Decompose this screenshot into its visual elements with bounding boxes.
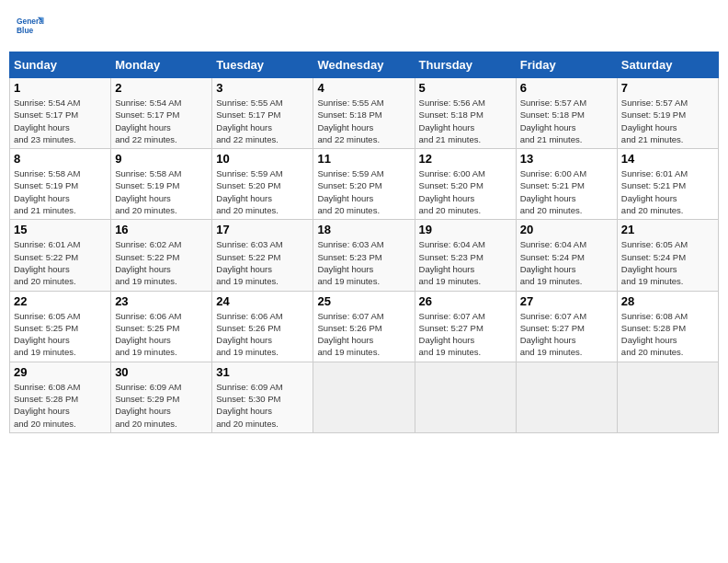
calendar-day-cell: 9Sunrise: 5:58 AMSunset: 5:19 PMDaylight…: [111, 149, 212, 220]
calendar-day-cell: 7Sunrise: 5:57 AMSunset: 5:19 PMDaylight…: [617, 78, 718, 149]
day-info: Sunrise: 6:01 AMSunset: 5:21 PMDaylight …: [621, 167, 714, 216]
calendar-table: SundayMondayTuesdayWednesdayThursdayFrid…: [9, 52, 719, 433]
day-number: 27: [520, 294, 613, 308]
calendar-week-row: 1Sunrise: 5:54 AMSunset: 5:17 PMDaylight…: [10, 78, 719, 149]
day-info: Sunrise: 6:04 AMSunset: 5:23 PMDaylight …: [419, 238, 512, 287]
calendar-day-cell: 2Sunrise: 5:54 AMSunset: 5:17 PMDaylight…: [111, 78, 212, 149]
calendar-week-row: 22Sunrise: 6:05 AMSunset: 5:25 PMDayligh…: [10, 291, 719, 362]
day-info: Sunrise: 6:02 AMSunset: 5:22 PMDaylight …: [115, 238, 208, 287]
weekday-header-wednesday: Wednesday: [313, 52, 415, 78]
day-info: Sunrise: 6:09 AMSunset: 5:29 PMDaylight …: [115, 381, 208, 430]
day-info: Sunrise: 5:54 AMSunset: 5:17 PMDaylight …: [115, 97, 208, 145]
calendar-week-row: 8Sunrise: 5:58 AMSunset: 5:19 PMDaylight…: [10, 149, 719, 220]
calendar-day-cell: 11Sunrise: 5:59 AMSunset: 5:20 PMDayligh…: [313, 149, 415, 220]
calendar-day-cell: 21Sunrise: 6:05 AMSunset: 5:24 PMDayligh…: [617, 220, 718, 291]
weekday-header-thursday: Thursday: [415, 52, 516, 78]
calendar-day-cell: 31Sunrise: 6:09 AMSunset: 5:30 PMDayligh…: [212, 362, 313, 432]
day-number: 18: [317, 223, 410, 236]
calendar-day-cell: [313, 362, 415, 432]
day-number: 20: [520, 223, 613, 236]
calendar-day-cell: 3Sunrise: 5:55 AMSunset: 5:17 PMDaylight…: [212, 78, 313, 149]
day-info: Sunrise: 5:59 AMSunset: 5:20 PMDaylight …: [317, 167, 410, 216]
day-info: Sunrise: 6:09 AMSunset: 5:30 PMDaylight …: [216, 381, 309, 430]
day-info: Sunrise: 6:07 AMSunset: 5:27 PMDaylight …: [419, 310, 512, 359]
calendar-week-row: 29Sunrise: 6:08 AMSunset: 5:28 PMDayligh…: [10, 362, 719, 432]
calendar-week-row: 15Sunrise: 6:01 AMSunset: 5:22 PMDayligh…: [10, 220, 719, 291]
day-info: Sunrise: 6:00 AMSunset: 5:20 PMDaylight …: [419, 167, 512, 216]
calendar-day-cell: 6Sunrise: 5:57 AMSunset: 5:18 PMDaylight…: [516, 78, 617, 149]
calendar-day-cell: 5Sunrise: 5:56 AMSunset: 5:18 PMDaylight…: [415, 78, 516, 149]
svg-text:Blue: Blue: [17, 26, 34, 35]
day-number: 3: [216, 81, 309, 95]
day-info: Sunrise: 5:57 AMSunset: 5:18 PMDaylight …: [520, 97, 613, 145]
calendar-day-cell: 20Sunrise: 6:04 AMSunset: 5:24 PMDayligh…: [516, 220, 617, 291]
day-number: 16: [115, 223, 208, 236]
day-info: Sunrise: 6:08 AMSunset: 5:28 PMDaylight …: [14, 381, 107, 430]
day-number: 29: [14, 365, 107, 379]
calendar-day-cell: 8Sunrise: 5:58 AMSunset: 5:19 PMDaylight…: [10, 149, 111, 220]
calendar-day-cell: 25Sunrise: 6:07 AMSunset: 5:26 PMDayligh…: [313, 291, 415, 362]
calendar-day-cell: 26Sunrise: 6:07 AMSunset: 5:27 PMDayligh…: [415, 291, 516, 362]
day-info: Sunrise: 6:03 AMSunset: 5:22 PMDaylight …: [216, 238, 309, 287]
calendar-day-cell: [415, 362, 516, 432]
day-info: Sunrise: 6:00 AMSunset: 5:21 PMDaylight …: [520, 167, 613, 216]
day-number: 1: [14, 81, 107, 95]
day-number: 12: [419, 152, 512, 166]
day-info: Sunrise: 6:06 AMSunset: 5:25 PMDaylight …: [115, 310, 208, 359]
day-info: Sunrise: 5:58 AMSunset: 5:19 PMDaylight …: [14, 167, 107, 216]
day-number: 22: [14, 294, 107, 308]
day-number: 8: [14, 152, 107, 166]
day-info: Sunrise: 6:03 AMSunset: 5:23 PMDaylight …: [317, 238, 410, 287]
day-info: Sunrise: 6:01 AMSunset: 5:22 PMDaylight …: [14, 238, 107, 287]
day-info: Sunrise: 6:05 AMSunset: 5:25 PMDaylight …: [14, 310, 107, 359]
weekday-header-saturday: Saturday: [617, 52, 718, 78]
day-number: 15: [14, 223, 107, 236]
day-number: 17: [216, 223, 309, 236]
calendar-day-cell: 1Sunrise: 5:54 AMSunset: 5:17 PMDaylight…: [10, 78, 111, 149]
calendar-day-cell: [516, 362, 617, 432]
day-number: 26: [419, 294, 512, 308]
day-number: 25: [317, 294, 410, 308]
calendar-day-cell: 24Sunrise: 6:06 AMSunset: 5:26 PMDayligh…: [212, 291, 313, 362]
day-number: 13: [520, 152, 613, 166]
calendar-day-cell: 16Sunrise: 6:02 AMSunset: 5:22 PMDayligh…: [111, 220, 212, 291]
day-info: Sunrise: 5:59 AMSunset: 5:20 PMDaylight …: [216, 167, 309, 216]
calendar-day-cell: 23Sunrise: 6:06 AMSunset: 5:25 PMDayligh…: [111, 291, 212, 362]
calendar-day-cell: 29Sunrise: 6:08 AMSunset: 5:28 PMDayligh…: [10, 362, 111, 432]
day-info: Sunrise: 6:05 AMSunset: 5:24 PMDaylight …: [621, 238, 714, 287]
day-info: Sunrise: 6:07 AMSunset: 5:26 PMDaylight …: [317, 310, 410, 359]
day-number: 14: [621, 152, 714, 166]
calendar-day-cell: 13Sunrise: 6:00 AMSunset: 5:21 PMDayligh…: [516, 149, 617, 220]
day-info: Sunrise: 6:08 AMSunset: 5:28 PMDaylight …: [621, 310, 714, 359]
calendar-day-cell: 18Sunrise: 6:03 AMSunset: 5:23 PMDayligh…: [313, 220, 415, 291]
weekday-header-sunday: Sunday: [10, 52, 111, 78]
weekday-header-monday: Monday: [111, 52, 212, 78]
calendar-day-cell: 28Sunrise: 6:08 AMSunset: 5:28 PMDayligh…: [617, 291, 718, 362]
calendar-day-cell: 4Sunrise: 5:55 AMSunset: 5:18 PMDaylight…: [313, 78, 415, 149]
day-info: Sunrise: 6:04 AMSunset: 5:24 PMDaylight …: [520, 238, 613, 287]
day-number: 30: [115, 365, 208, 379]
day-number: 10: [216, 152, 309, 166]
calendar-day-cell: 27Sunrise: 6:07 AMSunset: 5:27 PMDayligh…: [516, 291, 617, 362]
day-number: 28: [621, 294, 714, 308]
calendar-day-cell: 22Sunrise: 6:05 AMSunset: 5:25 PMDayligh…: [10, 291, 111, 362]
day-number: 9: [115, 152, 208, 166]
day-info: Sunrise: 5:58 AMSunset: 5:19 PMDaylight …: [115, 167, 208, 216]
calendar-day-cell: 14Sunrise: 6:01 AMSunset: 5:21 PMDayligh…: [617, 149, 718, 220]
calendar-day-cell: 15Sunrise: 6:01 AMSunset: 5:22 PMDayligh…: [10, 220, 111, 291]
calendar-day-cell: 17Sunrise: 6:03 AMSunset: 5:22 PMDayligh…: [212, 220, 313, 291]
day-info: Sunrise: 5:54 AMSunset: 5:17 PMDaylight …: [14, 97, 107, 145]
day-number: 5: [419, 81, 512, 95]
day-info: Sunrise: 6:06 AMSunset: 5:26 PMDaylight …: [216, 310, 309, 359]
header: General Blue: [9, 9, 719, 44]
day-info: Sunrise: 6:07 AMSunset: 5:27 PMDaylight …: [520, 310, 613, 359]
day-info: Sunrise: 5:55 AMSunset: 5:17 PMDaylight …: [216, 97, 309, 145]
day-number: 24: [216, 294, 309, 308]
day-number: 7: [621, 81, 714, 95]
calendar-day-cell: [617, 362, 718, 432]
day-number: 4: [317, 81, 410, 95]
day-number: 11: [317, 152, 410, 166]
calendar-day-cell: 12Sunrise: 6:00 AMSunset: 5:20 PMDayligh…: [415, 149, 516, 220]
calendar-day-cell: 10Sunrise: 5:59 AMSunset: 5:20 PMDayligh…: [212, 149, 313, 220]
calendar-day-cell: 30Sunrise: 6:09 AMSunset: 5:29 PMDayligh…: [111, 362, 212, 432]
